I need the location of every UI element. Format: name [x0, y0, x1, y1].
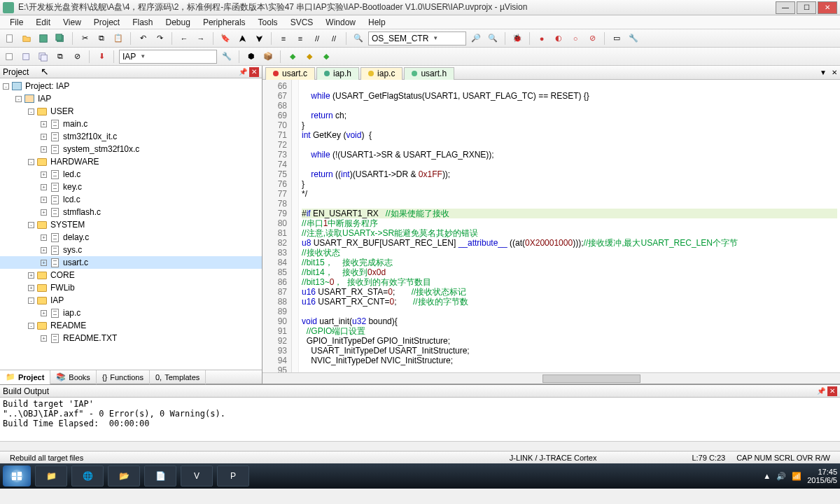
tab-usart-c[interactable]: usart.c: [265, 67, 315, 80]
tree-node[interactable]: +README.TXT: [0, 332, 262, 344]
tree-node[interactable]: +lcd.c: [0, 193, 262, 206]
indent-icon[interactable]: ≡: [276, 31, 290, 46]
window-icon[interactable]: ▭: [610, 31, 624, 46]
new-file-icon[interactable]: [3, 31, 17, 46]
debug-icon[interactable]: 🐞: [510, 31, 524, 46]
maximize-button[interactable]: ☐: [797, 1, 816, 14]
find-combo[interactable]: OS_SEM_CTR▼: [368, 31, 466, 46]
tree-node[interactable]: +led.c: [0, 168, 262, 181]
nav-back-icon[interactable]: ←: [177, 31, 191, 46]
find-in-files-icon[interactable]: 🔎: [469, 31, 483, 46]
tab-project[interactable]: 📁 Project: [0, 370, 50, 384]
select-packs-icon[interactable]: 📦: [261, 50, 275, 64]
tree-node[interactable]: +delay.c: [0, 231, 262, 244]
open-file-icon[interactable]: [20, 31, 34, 46]
taskbar-app-explorer[interactable]: 📁: [35, 465, 67, 486]
build-output-text[interactable]: Build target 'IAP' "..\OBJ\IAP.axf" - 0 …: [0, 398, 840, 441]
build-scrollbar[interactable]: [0, 441, 840, 451]
minimize-button[interactable]: —: [776, 1, 795, 14]
copy-icon[interactable]: ⧉: [94, 31, 108, 46]
tab-usart-h[interactable]: usart.h: [404, 67, 454, 80]
save-icon[interactable]: [36, 31, 50, 46]
tree-node[interactable]: +sys.c: [0, 244, 262, 256]
menu-file[interactable]: File: [4, 16, 29, 29]
pin-icon[interactable]: 📌: [816, 386, 826, 396]
tree-node[interactable]: +key.c: [0, 181, 262, 193]
tree-node[interactable]: +usart.c: [0, 256, 262, 269]
batch-build-icon[interactable]: ⧉: [53, 50, 67, 64]
pin-icon[interactable]: 📌: [238, 67, 248, 77]
breakpoint-kill-icon[interactable]: ⊘: [585, 31, 599, 46]
close-button[interactable]: ✕: [818, 1, 837, 14]
nav-fwd-icon[interactable]: →: [194, 31, 208, 46]
tree-node[interactable]: -IAP: [0, 294, 262, 307]
undo-icon[interactable]: ↶: [136, 31, 150, 46]
menu-svcs[interactable]: SVCS: [285, 16, 319, 29]
taskbar-clock[interactable]: 17:452015/6/5: [807, 468, 837, 484]
stop-build-icon[interactable]: ⊘: [70, 50, 84, 64]
tree-node[interactable]: -IAP: [0, 92, 262, 105]
tray-volume-icon[interactable]: 📶: [792, 472, 802, 481]
bookmark-next-icon[interactable]: ⮟: [252, 31, 266, 46]
tree-node[interactable]: +iap.c: [0, 307, 262, 319]
tab-close-icon[interactable]: ✕: [829, 69, 840, 76]
close-pane-icon[interactable]: ✕: [827, 386, 837, 396]
tree-node[interactable]: +main.c: [0, 118, 262, 130]
menu-tools[interactable]: Tools: [253, 16, 284, 29]
translate-icon[interactable]: [3, 50, 17, 64]
outdent-icon[interactable]: ≡: [293, 31, 307, 46]
close-pane-icon[interactable]: ✕: [249, 67, 259, 77]
tab-iap-c[interactable]: iap.c: [360, 67, 402, 80]
tree-node[interactable]: -Project: IAP: [0, 80, 262, 92]
tree-node[interactable]: +stmflash.c: [0, 206, 262, 218]
paste-icon[interactable]: 📋: [111, 31, 125, 46]
system-tray[interactable]: ▲ 🔊 📶 17:452015/6/5: [763, 468, 837, 484]
code-lines[interactable]: while (USART_GetFlagStatus(USART1, USART…: [299, 80, 840, 372]
pack-installer-icon[interactable]: ◆: [286, 50, 300, 64]
breakpoint-insert-icon[interactable]: ●: [535, 31, 549, 46]
bookmark-prev-icon[interactable]: ⮝: [235, 31, 249, 46]
manage-rte-icon[interactable]: ⬢: [244, 50, 258, 64]
breakpoint-enable-icon[interactable]: ◐: [552, 31, 566, 46]
rebuild-icon[interactable]: [36, 50, 50, 64]
menu-help[interactable]: Help: [363, 16, 391, 29]
menu-debug[interactable]: Debug: [160, 16, 196, 29]
download-icon[interactable]: ⬇: [94, 50, 108, 64]
start-button[interactable]: [3, 465, 31, 486]
tray-network-icon[interactable]: 🔊: [776, 472, 786, 481]
find-icon[interactable]: 🔍: [351, 31, 365, 46]
tray-flag-icon[interactable]: ▲: [763, 472, 771, 480]
taskbar-app-keil[interactable]: V: [181, 465, 213, 486]
pack-icon3[interactable]: ◆: [319, 50, 333, 64]
tree-node[interactable]: +FWLib: [0, 281, 262, 294]
cut-icon[interactable]: ✂: [78, 31, 92, 46]
pack-icon2[interactable]: ◆: [302, 50, 316, 64]
tab-iap-h[interactable]: iap.h: [316, 67, 359, 80]
tab-books[interactable]: 📚 Books: [50, 370, 97, 384]
tree-node[interactable]: -SYSTEM: [0, 218, 262, 231]
scrollbar-thumb[interactable]: [542, 374, 640, 383]
build-icon[interactable]: [20, 50, 34, 64]
tree-node[interactable]: -USER: [0, 105, 262, 118]
tab-dropdown-icon[interactable]: ▼: [818, 69, 829, 76]
project-tree[interactable]: -Project: IAP-IAP-USER+main.c+stm32f10x_…: [0, 78, 262, 370]
menu-project[interactable]: Project: [88, 16, 125, 29]
menu-flash[interactable]: Flash: [127, 16, 158, 29]
tree-node[interactable]: -HARDWARE: [0, 155, 262, 168]
save-all-icon[interactable]: [53, 31, 67, 46]
taskbar-app-ppt[interactable]: P: [217, 465, 249, 486]
comment-icon[interactable]: //: [310, 31, 324, 46]
tab-functions[interactable]: {} Functions: [97, 370, 150, 384]
tab-templates[interactable]: 0, Templates: [150, 370, 206, 384]
uncomment-icon[interactable]: //: [327, 31, 341, 46]
tree-node[interactable]: +stm32f10x_it.c: [0, 130, 262, 143]
menu-window[interactable]: Window: [320, 16, 361, 29]
breakpoint-disable-icon[interactable]: ○: [568, 31, 582, 46]
menu-peripherals[interactable]: Peripherals: [197, 16, 251, 29]
tree-node[interactable]: +system_stm32f10x.c: [0, 143, 262, 155]
tree-node[interactable]: +CORE: [0, 269, 262, 281]
fold-column[interactable]: [292, 80, 299, 372]
redo-icon[interactable]: ↷: [153, 31, 167, 46]
incremental-find-icon[interactable]: 🔍: [486, 31, 500, 46]
horizontal-scrollbar[interactable]: [262, 372, 840, 384]
